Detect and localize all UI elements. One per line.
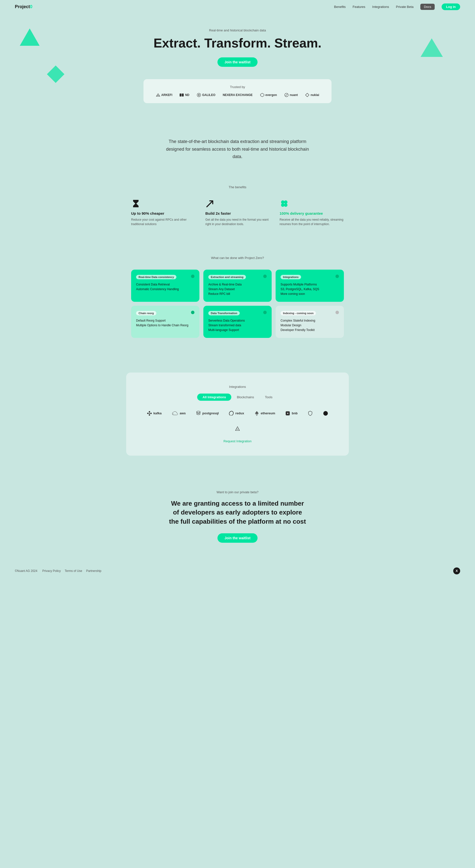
trusted-logo-nd: ND — [180, 93, 189, 97]
int-logo-shield — [307, 411, 313, 416]
nav-docs[interactable]: Docs — [420, 4, 435, 10]
beta-section: Want to join our private beta? We are gr… — [0, 470, 475, 562]
int-logo-kafka: kafka — [147, 411, 161, 416]
description-text: The state-of-the-art blockchain data ext… — [163, 138, 312, 160]
int-logo-arweave — [235, 426, 240, 431]
card-item: Default Reorg Support — [136, 319, 195, 322]
nav-integrations[interactable]: Integrations — [372, 5, 389, 9]
benefit-cheaper-title: Up to 90% cheaper — [131, 211, 196, 215]
beta-title: We are granting access to a limited numb… — [168, 499, 307, 526]
svg-point-12 — [284, 203, 288, 207]
trusted-logo-nexera: NEXERA EXCHANGE — [222, 93, 253, 97]
beta-waitlist-button[interactable]: Join the waitlist — [217, 533, 257, 543]
cards-grid: Real-time Data consistency Consistent Da… — [131, 270, 344, 338]
request-integration-link[interactable]: Request Integration — [224, 439, 251, 443]
card-realtime-tag: Real-time Data consistency — [136, 275, 176, 279]
shape-triangle-topright — [421, 38, 443, 57]
card-item: Multiple Options to Handle Chain Reorg — [136, 323, 195, 327]
trusted-logo-evergon: evergon — [260, 93, 277, 97]
trusted-logo-galileo: GALILEO — [197, 93, 215, 97]
card-item: Complex Stateful Indexing — [280, 319, 339, 322]
int-logo-redux: redux — [229, 411, 244, 416]
svg-point-13 — [149, 411, 150, 412]
hero-waitlist-button[interactable]: Join the waitlist — [217, 57, 257, 67]
nav-features[interactable]: Features — [353, 5, 365, 9]
footer-copyright: ©Nuant AG 2024 — [15, 569, 37, 572]
nav-login[interactable]: Log in — [442, 3, 460, 10]
hero-section: Real-time and historical blockchain data… — [0, 13, 475, 113]
footer: ©Nuant AG 2024 Privacy Policy Terms of U… — [0, 562, 475, 579]
card-chainreorg-items: Default Reorg Support Multiple Options t… — [136, 319, 195, 327]
card-transformation-dot — [263, 311, 267, 314]
card-item: Automatic Consistency Handling — [136, 287, 195, 291]
clover-icon — [279, 199, 289, 208]
svg-rect-2 — [182, 93, 184, 96]
int-logo-ethereum: ethereum — [254, 411, 275, 416]
trusted-label: Trusted by — [153, 85, 322, 89]
int-logo-bnb: bnb — [285, 411, 298, 416]
card-item: Archive & Real-time Data — [208, 283, 267, 286]
card-extraction-items: Archive & Real-time Data Stream Any Data… — [208, 283, 267, 296]
card-realtime-dot — [191, 275, 195, 278]
card-extraction-dot — [263, 275, 267, 278]
trusted-section: Trusted by ARKEFI ND GALILEO NEXERA EXCH… — [144, 79, 331, 103]
card-item: Modular Design — [280, 323, 339, 327]
card-extraction-tag: Extraction and streaming — [208, 275, 246, 279]
nav-benefits[interactable]: Benefits — [334, 5, 346, 9]
benefits-section: The benefits Up to 90% cheaper Reduce yo… — [0, 175, 475, 246]
card-item: Multi-language Support — [208, 328, 267, 332]
beta-subtitle: Want to join our private beta? — [5, 490, 470, 494]
benefit-guarantee: 100% delivery guarantee Receive all the … — [279, 199, 344, 226]
integrations-section: Integrations All Integrations Blockchain… — [0, 358, 475, 470]
tab-tools[interactable]: Tools — [260, 394, 278, 401]
svg-point-23 — [323, 411, 328, 415]
svg-point-10 — [284, 200, 288, 204]
svg-rect-7 — [133, 200, 139, 200]
whatcando-section: What can be done with Project Zero? Real… — [0, 246, 475, 358]
card-integrations-dot — [335, 275, 339, 278]
trusted-logo-arkefi: ARKEFI — [156, 93, 172, 97]
card-item: S3, PostgreSQL, Kafka, SQS — [280, 287, 339, 291]
hero-title: Extract. Transform. Stream. — [5, 36, 470, 51]
nav-links: Benefits Features Integrations Private B… — [334, 3, 460, 10]
card-extraction: Extraction and streaming Archive & Real-… — [203, 270, 272, 302]
integrations-tabs: All Integrations Blockchains Tools — [141, 394, 334, 401]
nav-private-beta[interactable]: Private Beta — [396, 5, 414, 9]
card-item: Reduce RPC bill — [208, 292, 267, 296]
trusted-logo-nuant: nuant — [284, 93, 298, 97]
footer-partnership[interactable]: Partnership — [86, 569, 101, 572]
shape-diamond-midleft — [47, 66, 65, 83]
svg-rect-8 — [133, 207, 139, 207]
card-realtime-items: Consistent Data Retrieval Automatic Cons… — [136, 283, 195, 291]
footer-x-link[interactable]: X — [453, 567, 460, 575]
card-indexing-tag: Indexing - coming soon — [280, 311, 316, 315]
benefit-guarantee-title: 100% delivery guarantee — [279, 211, 344, 215]
hourglass-icon — [131, 199, 141, 208]
navbar: Project0 Benefits Features Integrations … — [0, 0, 475, 13]
card-indexing-dot — [335, 311, 339, 314]
card-integrations-items: Supports Multiple Platforms S3, PostgreS… — [280, 283, 339, 296]
svg-point-14 — [149, 414, 150, 415]
trusted-logo-nuklai: nuklai — [305, 93, 319, 97]
tab-all-integrations[interactable]: All Integrations — [197, 394, 232, 401]
shape-triangle-topleft — [20, 28, 39, 46]
footer-privacy[interactable]: Privacy Policy — [42, 569, 61, 572]
footer-left: ©Nuant AG 2024 Privacy Policy Terms of U… — [15, 569, 101, 572]
benefit-faster-title: Build 2x faster — [205, 211, 270, 215]
integrations-box: Integrations All Integrations Blockchain… — [126, 373, 349, 456]
card-transformation-items: Serverless Data Operations Stream transf… — [208, 319, 267, 332]
hero-subtitle: Real-time and historical blockchain data — [5, 28, 470, 32]
footer-terms[interactable]: Terms of Use — [65, 569, 82, 572]
card-integrations-tag: Integrations — [280, 275, 301, 279]
card-item: Serverless Data Operations — [208, 319, 267, 322]
benefit-faster-desc: Get all the data you need in the format … — [205, 217, 270, 226]
card-item: Stream transformed data — [208, 323, 267, 327]
benefit-cheaper-desc: Reduce your cost against RPCs and other … — [131, 217, 196, 226]
card-indexing: Indexing - coming soon Complex Stateful … — [276, 306, 344, 338]
card-transformation: Data Transformation Serverless Data Oper… — [203, 306, 272, 338]
card-item: Supports Multiple Platforms — [280, 283, 339, 286]
tab-blockchains[interactable]: Blockchains — [231, 394, 259, 401]
int-logo-postgresql: postgresql — [196, 411, 219, 416]
svg-point-9 — [281, 200, 285, 204]
card-chainreorg: Chain reorg Default Reorg Support Multip… — [131, 306, 199, 338]
